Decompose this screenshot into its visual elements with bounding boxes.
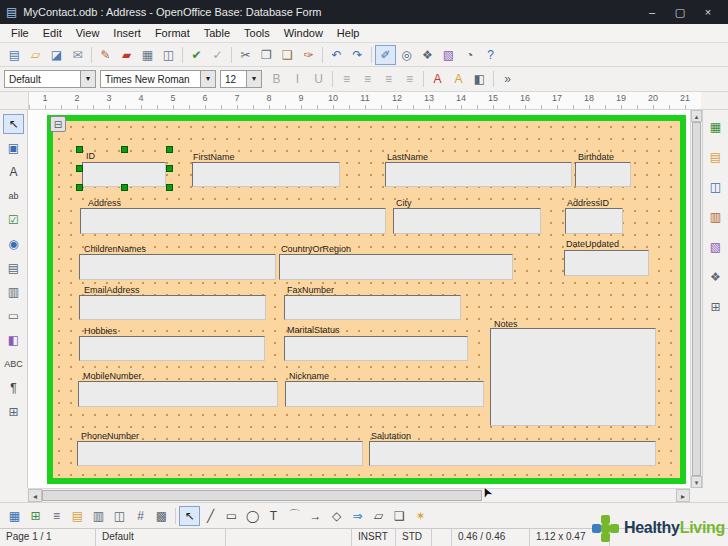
form-navigator-icon[interactable]: ▦: [4, 506, 25, 526]
vertical-scroll-thumb[interactable]: [692, 122, 701, 476]
undo-icon[interactable]: ↶: [326, 45, 347, 65]
field-input-maritalstatus[interactable]: [284, 336, 468, 361]
justify-icon[interactable]: ≡: [399, 69, 420, 89]
field-input-phonenumber[interactable]: [77, 441, 363, 466]
zoom-icon[interactable]: ◔: [459, 45, 480, 65]
field-input-faxnumber[interactable]: [284, 295, 461, 320]
spellcheck-abc-icon[interactable]: ABC: [3, 354, 24, 374]
open-icon[interactable]: ▱: [25, 45, 46, 65]
menu-edit[interactable]: Edit: [36, 26, 69, 40]
dropdown-arrow-icon[interactable]: ▾: [200, 71, 215, 87]
label-field-icon[interactable]: A: [3, 162, 24, 182]
text-tool-icon[interactable]: T: [263, 506, 284, 526]
combo-box-icon[interactable]: ▥: [3, 282, 24, 302]
menu-view[interactable]: View: [69, 26, 107, 40]
basic-shapes-icon[interactable]: ◇: [326, 506, 347, 526]
field-input-mobilenumber[interactable]: [78, 381, 278, 407]
table-icon[interactable]: ▦: [705, 117, 726, 137]
menu-format[interactable]: Format: [148, 26, 197, 40]
italic-icon[interactable]: I: [287, 69, 308, 89]
export-pdf-icon[interactable]: ▰: [116, 45, 137, 65]
toolbar-options-icon[interactable]: »: [497, 69, 518, 89]
help-icon[interactable]: ?: [480, 45, 501, 65]
formatted-field-icon[interactable]: ¶: [3, 378, 24, 398]
menu-tools[interactable]: Tools: [237, 26, 277, 40]
image-button-icon[interactable]: ◧: [3, 330, 24, 350]
font-size-combo[interactable]: 12 ▾: [220, 70, 262, 88]
horizontal-scroll-thumb[interactable]: [42, 490, 482, 501]
find-replace-icon[interactable]: ◎: [396, 45, 417, 65]
scroll-left-button[interactable]: ◂: [28, 489, 42, 502]
field-input-salutation[interactable]: [369, 441, 656, 466]
list-box-icon[interactable]: ▤: [3, 258, 24, 278]
underline-icon[interactable]: U: [308, 69, 329, 89]
design-mode-icon[interactable]: ✐: [375, 45, 396, 65]
push-button-icon[interactable]: ▭: [3, 306, 24, 326]
align-center-icon[interactable]: ≡: [357, 69, 378, 89]
cut-icon[interactable]: ✂: [235, 45, 256, 65]
field-input-birthdate[interactable]: [575, 162, 631, 187]
selection-handle[interactable]: [121, 184, 128, 191]
align-left-icon[interactable]: ≡: [336, 69, 357, 89]
dropdown-arrow-icon[interactable]: ▾: [80, 71, 95, 87]
dropdown-arrow-icon[interactable]: ▾: [246, 71, 261, 87]
gallery-icon[interactable]: ▧: [438, 45, 459, 65]
close-button[interactable]: ×: [694, 6, 722, 18]
stars-icon[interactable]: ✶: [410, 506, 431, 526]
gallery-panel-icon[interactable]: ▧: [705, 237, 726, 257]
redo-icon[interactable]: ↷: [347, 45, 368, 65]
snap-to-grid-icon[interactable]: ▩: [151, 506, 172, 526]
selection-handle[interactable]: [166, 165, 173, 172]
field-input-hobbies[interactable]: [79, 336, 265, 361]
field-input-firstname[interactable]: [192, 162, 340, 187]
selection-handle[interactable]: [166, 184, 173, 191]
select-pointer-icon[interactable]: ↖: [3, 114, 24, 134]
display-grid-icon[interactable]: #: [130, 506, 151, 526]
curve-icon[interactable]: ⌒: [284, 506, 305, 526]
print-icon[interactable]: ▦: [137, 45, 158, 65]
paste-icon[interactable]: ❑: [277, 45, 298, 65]
rectangle-icon[interactable]: ▭: [221, 506, 242, 526]
drawing-select-icon[interactable]: ↖: [179, 506, 200, 526]
field-input-address[interactable]: [80, 208, 386, 234]
scroll-right-button[interactable]: ▸: [676, 489, 690, 502]
vertical-scrollbar[interactable]: ▴ ▾: [690, 110, 702, 488]
field-input-childrennames[interactable]: [79, 254, 276, 280]
save-icon[interactable]: ◪: [46, 45, 67, 65]
more-controls-icon[interactable]: ⊞: [3, 402, 24, 422]
align-right-icon[interactable]: ≡: [378, 69, 399, 89]
text-box-icon[interactable]: ab: [3, 186, 24, 206]
navigator-panel-icon[interactable]: ❖: [705, 267, 726, 287]
selection-handle[interactable]: [166, 146, 173, 153]
status-selection-mode[interactable]: STD: [396, 529, 432, 546]
status-insert-mode[interactable]: INSRT: [352, 529, 396, 546]
check-box-icon[interactable]: ☑: [3, 210, 24, 230]
selection-handle[interactable]: [76, 146, 83, 153]
email-icon[interactable]: ✉: [67, 45, 88, 65]
menu-window[interactable]: Window: [277, 26, 330, 40]
maximize-button[interactable]: ▢: [666, 6, 694, 19]
form-canvas[interactable]: IDFirstNameLastNameBirthdateAddressCityA…: [53, 121, 680, 478]
minimize-button[interactable]: –: [638, 6, 666, 18]
arrow-icon[interactable]: →: [305, 506, 326, 526]
field-input-dateupdated[interactable]: [564, 250, 649, 276]
open-in-design-icon[interactable]: ▤: [67, 506, 88, 526]
status-page[interactable]: Page 1 / 1: [0, 529, 96, 546]
horizontal-scrollbar[interactable]: ◂ ▸: [28, 488, 690, 502]
field-input-notes[interactable]: [490, 328, 656, 426]
selection-handle[interactable]: [76, 184, 83, 191]
report-icon[interactable]: ▥: [705, 207, 726, 227]
format-paintbrush-icon[interactable]: ✑: [298, 45, 319, 65]
design-mode-toggle-icon[interactable]: ▣: [3, 138, 24, 158]
flowchart-icon[interactable]: ▱: [368, 506, 389, 526]
selection-handle[interactable]: [121, 146, 128, 153]
add-field-icon[interactable]: ⊞: [25, 506, 46, 526]
auto-spellcheck-icon[interactable]: ✓: [207, 45, 228, 65]
field-input-lastname[interactable]: [385, 162, 572, 187]
field-input-nickname[interactable]: [285, 381, 484, 407]
edit-file-icon[interactable]: ✎: [95, 45, 116, 65]
font-name-combo[interactable]: Times New Roman ▾: [100, 70, 216, 88]
menu-table[interactable]: Table: [197, 26, 237, 40]
block-arrows-icon[interactable]: ⇒: [347, 506, 368, 526]
menu-insert[interactable]: Insert: [106, 26, 148, 40]
